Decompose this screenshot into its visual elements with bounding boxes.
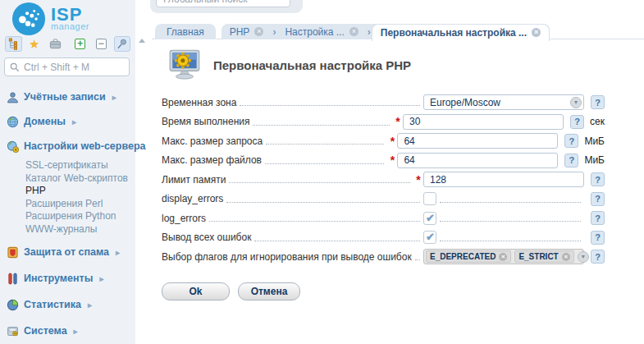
chevron-right-icon: ▸: [99, 274, 103, 283]
minus-icon: −: [96, 39, 107, 49]
chevron-right-icon: ▸: [116, 248, 120, 257]
sidebar-item-spam-protection[interactable]: Защита от спама ▸: [7, 245, 134, 259]
help-button[interactable]: ?: [591, 231, 605, 245]
tab-home[interactable]: Главная: [155, 24, 216, 39]
form-row-memory-limit: Лимит памяти * ?: [162, 170, 605, 190]
sidebar-item-label: Инструменты: [24, 273, 93, 284]
help-button[interactable]: ?: [591, 250, 605, 264]
display-errors-checkbox[interactable]: [423, 192, 436, 205]
max-request-size-input[interactable]: [397, 133, 558, 149]
sidebar-item-label: Учётные записи: [24, 91, 106, 103]
main-content: Главная PHP › Настройка ... › Первоначал…: [152, 0, 644, 344]
selected-value: Europe/Moscow: [430, 97, 500, 108]
sidebar-item-label: Защита от спама: [24, 246, 109, 258]
sidebar-item-webserver-settings[interactable]: Настройки web-сервера: [7, 140, 134, 153]
sidebar-item-www-logs[interactable]: WWW-журналы: [7, 223, 134, 236]
sidebar-item-label: Домены: [24, 116, 66, 127]
field-label: log_errors: [162, 213, 206, 224]
field-label: Макс. размер запроса: [162, 135, 263, 147]
favorites-button[interactable]: ★: [26, 36, 43, 52]
error-flags-multiselect[interactable]: E_DEPRECATED E_STRICT: [423, 249, 584, 264]
php-setup-form: Временная зона Europe/Moscow ? Время вып…: [162, 93, 605, 267]
cancel-button[interactable]: Отмена: [238, 282, 300, 300]
logo-name: ISP: [51, 7, 89, 23]
sidebar-item-tools[interactable]: Инструменты ▸: [7, 272, 134, 285]
help-button[interactable]: ?: [564, 154, 578, 167]
tab-bar: Главная PHP › Настройка ... › Первоначал…: [155, 23, 550, 39]
chevron-right-icon: ▸: [74, 327, 78, 336]
tab-label: Главная: [167, 26, 204, 38]
help-button[interactable]: ?: [591, 192, 605, 206]
show-all-errors-checkbox[interactable]: [423, 231, 436, 244]
help-button[interactable]: ?: [591, 95, 605, 109]
unit-label: МиБ: [584, 154, 605, 166]
close-icon[interactable]: [349, 27, 359, 36]
expand-all-button[interactable]: +: [72, 36, 89, 52]
tree-icon: [7, 38, 20, 50]
form-row-log-errors: log_errors ?: [162, 209, 605, 228]
sidebar-item-web-scripts-catalog[interactable]: Каталог Web-скриптов: [7, 172, 134, 186]
sidebar-item-label: Система: [24, 325, 67, 337]
sidebar-item-statistics[interactable]: Статистика ▸: [7, 298, 134, 311]
global-search-input[interactable]: [156, 0, 290, 7]
max-file-size-input[interactable]: [397, 153, 558, 168]
dotted-leader: [209, 221, 420, 222]
help-button[interactable]: ?: [591, 211, 605, 225]
form-row-ignored-error-flags: Выбор флагов для игнорирования при вывод…: [162, 247, 605, 267]
sidebar-item-domains[interactable]: Домены ▸: [7, 115, 134, 128]
form-row-show-all-errors: Вывод всех ошибок ?: [162, 228, 605, 248]
ok-button[interactable]: Ok: [162, 282, 230, 300]
php-setup-monitor-icon: [168, 48, 203, 82]
remove-tag-icon[interactable]: [562, 253, 570, 261]
form-row-max-request-size: Макс. размер запроса * ? МиБ: [162, 131, 605, 151]
dotted-leader: [415, 259, 420, 260]
tab-initial-php-setup[interactable]: Первоначальная настройка ...: [372, 24, 550, 41]
briefcase-button[interactable]: [47, 36, 64, 52]
memory-limit-input[interactable]: [423, 172, 584, 187]
sidebar-item-perl-extensions[interactable]: Расширения Perl: [7, 198, 134, 211]
execution-time-input[interactable]: [403, 114, 564, 130]
webserver-icon: [7, 140, 19, 153]
dotted-leader: [253, 125, 390, 126]
close-icon[interactable]: [254, 27, 263, 36]
tree-view-button[interactable]: [5, 36, 22, 52]
remove-tag-icon[interactable]: [499, 253, 507, 261]
chevron-down-icon[interactable]: [570, 97, 582, 108]
field-label: Временная зона: [162, 97, 236, 108]
form-row-timezone: Временная зона Europe/Moscow ?: [162, 93, 605, 112]
tag-label: E_STRICT: [518, 252, 558, 261]
content-header: Первоначальная настройка PHP: [168, 48, 411, 82]
sidebar-item-accounts[interactable]: Учётные записи ▸: [7, 90, 134, 103]
timezone-select[interactable]: Europe/Moscow: [423, 94, 584, 110]
sidebar-item-ssl-certificates[interactable]: SSL-сертификаты: [7, 159, 134, 172]
tab-label: PHP: [230, 26, 250, 38]
help-button[interactable]: ?: [564, 134, 578, 148]
help-button[interactable]: ?: [591, 172, 605, 186]
sidebar-search-input[interactable]: [24, 62, 114, 73]
stats-pie-icon: [7, 299, 19, 311]
close-icon[interactable]: [532, 28, 541, 37]
sidebar-item-php[interactable]: PHP: [7, 185, 134, 198]
dotted-leader: [240, 105, 420, 106]
sidebar-item-label: Статистика: [24, 299, 81, 310]
form-row-display-errors: display_errors ?: [162, 190, 605, 209]
collapse-all-button[interactable]: −: [93, 36, 110, 52]
chevron-right-icon: ›: [367, 26, 372, 38]
tab-php-settings[interactable]: Настройка ...: [276, 24, 366, 39]
tab-php[interactable]: PHP: [222, 24, 272, 39]
global-search: [150, 0, 303, 13]
sidebar-item-python-extensions[interactable]: Расширения Python: [7, 210, 134, 223]
log-errors-checkbox[interactable]: [423, 212, 436, 225]
field-label: display_errors: [162, 193, 223, 204]
help-button[interactable]: ?: [570, 115, 584, 129]
unit-label: МиБ: [584, 135, 605, 147]
field-label: Время выполнения: [162, 116, 249, 127]
scroll-up-arrow[interactable]: [139, 39, 145, 43]
pin-sidebar-button[interactable]: [114, 36, 131, 52]
dotted-leader: [440, 221, 581, 222]
form-row-execution-time: Время выполнения * ? сек: [162, 112, 605, 132]
ispmanager-window: ISP manager ★: [0, 0, 644, 344]
sidebar-item-system[interactable]: Система ▸: [7, 324, 134, 337]
pin-icon: [116, 38, 128, 50]
chevron-down-icon[interactable]: [578, 251, 589, 263]
